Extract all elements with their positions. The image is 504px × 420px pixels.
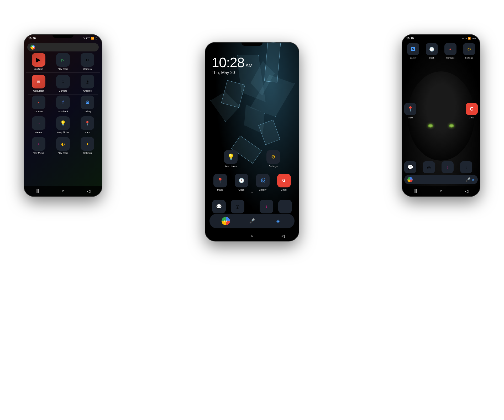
right-settings[interactable]: ⚙ Settings <box>460 43 478 59</box>
app-camera-2[interactable]: ⊙ Camera <box>51 75 75 92</box>
left-nav-home[interactable]: ○ <box>62 189 64 193</box>
left-nav-back[interactable]: ◁ <box>87 189 90 194</box>
center-gmail-icon: G <box>277 174 291 187</box>
playstore-label-1: Play Store <box>57 68 69 70</box>
right-layers-icon[interactable]: ◈ <box>472 177 475 182</box>
dock-google[interactable]: G <box>221 216 230 226</box>
center-settings[interactable]: ⚙ Settings <box>266 150 280 167</box>
right-more-icon[interactable]: ⋮ <box>460 161 472 173</box>
app-camera-1[interactable]: ⊙ Camera <box>75 53 100 70</box>
app-playstore-1[interactable]: ▷ Play Store <box>51 53 75 70</box>
right-screen: 10:29 VoLTE 📶 33% 🖼 Gallery 🕐 Clock <box>402 35 480 196</box>
dock-mic[interactable]: 🎤 <box>247 216 257 226</box>
camera-label-1: Camera <box>83 68 92 70</box>
center-row-1: 💡 Keep Notes ⚙ Settings <box>205 150 299 167</box>
center-maps-label: Maps <box>217 188 223 191</box>
right-search-bar[interactable]: 🎤 ◈ <box>404 175 478 184</box>
app-settings-left[interactable]: ● Settings <box>75 137 100 154</box>
app-internet[interactable]: → Internet <box>26 116 51 134</box>
left-row-5: ♪ Play Music ◐ Play Store ● Settings <box>26 137 100 155</box>
right-settings-label: Settings <box>465 57 473 59</box>
app-playstore-2[interactable]: ◐ Play Store <box>51 137 75 154</box>
chrome-label: Chrome <box>83 90 92 92</box>
calculator-label: Calculator <box>33 90 44 92</box>
right-maps[interactable]: 📍 Maps <box>404 103 416 119</box>
center-more-icon[interactable]: ⋮ <box>278 200 292 213</box>
volte-icon: VoLTE <box>83 37 90 40</box>
panther-eyes <box>428 124 454 128</box>
playmusic-label: Play Music <box>33 152 44 154</box>
center-nav-bar: ||| ○ ◁ <box>205 230 299 241</box>
right-top-row: 🖼 Gallery 🕐 Clock ● Contacts ⚙ Settings <box>404 43 478 59</box>
right-status-icons: VoLTE 📶 33% <box>461 37 476 40</box>
right-nav-back[interactable]: ◁ <box>465 189 468 194</box>
contacts-icon: ● <box>32 96 45 109</box>
right-contacts-label: Contacts <box>446 57 455 59</box>
app-chrome[interactable]: ◎ Chrome <box>75 75 100 92</box>
center-nav-recent[interactable]: ||| <box>219 233 223 238</box>
right-whatsapp-icon[interactable]: 💬 <box>404 161 416 173</box>
right-status-time: 10:29 <box>406 37 414 40</box>
dock-layers[interactable]: ◈ <box>274 216 283 226</box>
right-chrome-icon[interactable]: ◎ <box>423 161 435 173</box>
left-nav-recent[interactable]: ||| <box>36 189 39 193</box>
divider-2 <box>28 115 98 115</box>
right-nav-home[interactable]: ○ <box>440 189 442 193</box>
center-maps[interactable]: 📍 Maps <box>213 174 227 191</box>
divider-1 <box>28 94 98 94</box>
right-playmusic-icon[interactable]: ♪ <box>442 161 454 173</box>
scene: 10:30 VoLTE 📶 📱 G ▶ YouTube <box>0 0 504 284</box>
left-status-time: 10:30 <box>28 37 36 40</box>
camera-label-2: Camera <box>59 90 67 92</box>
right-gmail-label: Gmail <box>469 117 475 119</box>
center-whatsapp-icon[interactable]: 💬 <box>212 200 226 213</box>
chrome-icon: ◎ <box>81 75 94 88</box>
center-gmail-label: Gmail <box>281 188 287 191</box>
right-mid-right: G Gmail <box>466 103 478 119</box>
center-clock-label: Clock <box>238 188 244 191</box>
right-nav-bar: ||| ○ ◁ <box>402 186 480 196</box>
center-keepnotes[interactable]: 💡 Keep Notes <box>224 150 238 167</box>
right-clock-label: Clock <box>429 57 434 59</box>
center-gallery[interactable]: 🖼 Gallery <box>256 174 270 191</box>
app-calculator[interactable]: ⊞ Calculator <box>26 75 51 92</box>
right-clock[interactable]: 🕐 Clock <box>423 43 440 59</box>
app-youtube[interactable]: ▶ YouTube <box>26 53 51 70</box>
center-nav-home[interactable]: ○ <box>251 233 253 238</box>
signal-icon: 📱 <box>95 37 98 40</box>
center-settings-label: Settings <box>269 165 278 167</box>
center-clock[interactable]: 🕐 Clock <box>235 174 248 191</box>
gallery-icon: 🖼 <box>81 96 94 109</box>
app-keepnotes[interactable]: 💡 Keep Notes <box>51 116 75 134</box>
right-wifi-icon: 📶 <box>468 37 471 40</box>
center-time-display: 10:28 AM Thu, May 20 <box>212 56 253 75</box>
app-facebook[interactable]: f Facebook <box>51 96 75 113</box>
right-maps-label: Maps <box>408 117 413 119</box>
right-mic-icon[interactable]: 🎤 <box>465 177 471 182</box>
center-gmail[interactable]: G Gmail <box>277 174 291 191</box>
app-contacts[interactable]: ● Contacts <box>26 96 51 113</box>
center-music-icon[interactable]: ♪ <box>260 200 273 213</box>
right-gallery[interactable]: 🖼 Gallery <box>404 43 422 59</box>
center-nav-back[interactable]: ◁ <box>281 233 285 238</box>
chevron-up[interactable]: ^ <box>251 191 253 195</box>
center-row-3: 💬 ◎ ♪ ⋮ <box>205 200 299 213</box>
right-nav-recent[interactable]: ||| <box>414 189 417 193</box>
playmusic-icon: ♪ <box>32 137 45 151</box>
youtube-label: YouTube <box>34 68 43 70</box>
right-settings-icon: ⚙ <box>463 43 475 55</box>
left-row-1: ▶ YouTube ▷ Play Store ⊙ Camera <box>26 53 100 73</box>
right-contacts[interactable]: ● Contacts <box>442 43 459 59</box>
right-contacts-icon: ● <box>444 43 456 55</box>
playstore-label-2: Play Store <box>57 152 69 154</box>
app-playmusic[interactable]: ♪ Play Music <box>26 137 51 154</box>
center-chrome-icon[interactable]: ◎ <box>231 200 244 213</box>
panther-head <box>407 71 475 161</box>
center-gallery-icon: 🖼 <box>256 174 270 187</box>
left-search-bar[interactable]: G <box>27 43 99 51</box>
camera-icon-1: ⊙ <box>81 53 94 67</box>
right-gmail[interactable]: G Gmail <box>466 103 478 119</box>
app-gallery[interactable]: 🖼 Gallery <box>75 96 100 113</box>
app-maps[interactable]: 📍 Maps <box>75 116 100 134</box>
right-clock-icon: 🕐 <box>426 43 438 55</box>
